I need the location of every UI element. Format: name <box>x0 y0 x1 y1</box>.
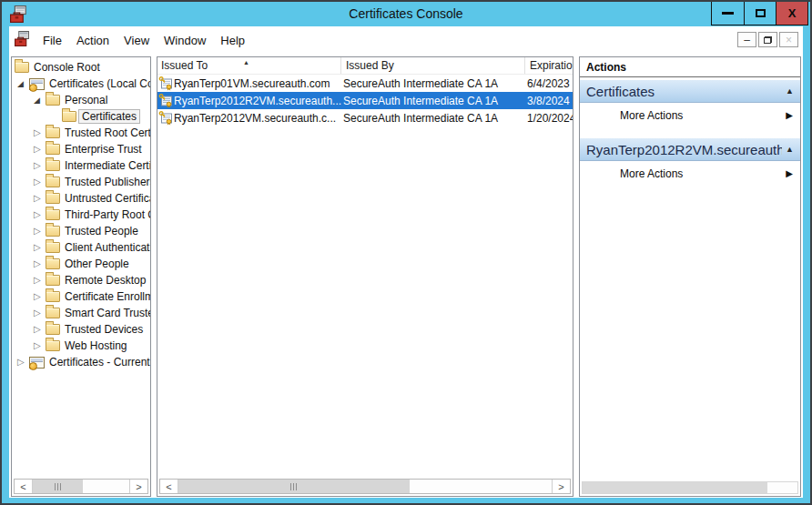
expander-collapsed-icon[interactable]: ▷ <box>34 190 46 207</box>
tree-item-web-hosting[interactable]: ▷ Web Hosting <box>12 338 150 354</box>
scrollbar-thumb[interactable] <box>33 480 83 493</box>
expander-collapsed-icon[interactable]: ▷ <box>34 125 46 141</box>
expander-collapsed-icon[interactable]: ▷ <box>34 321 46 338</box>
folder-icon <box>15 62 29 73</box>
certificate-icon <box>158 93 173 108</box>
certificate-row[interactable]: RyanTerp2012VM.secureauth.c... SecureAut… <box>157 109 573 126</box>
folder-icon <box>46 308 60 318</box>
actions-horizontal-scrollbar[interactable] <box>582 481 798 494</box>
actions-section-selected-certificate[interactable]: RyanTerp2012R2VM.secureauth... ▲ <box>580 138 800 161</box>
tree-item-certificates-selected[interactable]: Certificates <box>12 108 150 125</box>
menu-file[interactable]: File <box>36 31 69 50</box>
menu-help[interactable]: Help <box>213 31 252 50</box>
child-restore-button[interactable] <box>758 32 777 47</box>
tree-item-trusted-people[interactable]: ▷ Trusted People <box>12 223 150 239</box>
mmc-toolbox-icon <box>15 31 30 50</box>
folder-icon <box>46 226 60 237</box>
minimize-button[interactable] <box>712 2 744 25</box>
expander-collapsed-icon[interactable]: ▷ <box>34 256 46 272</box>
tree-item-certificates-current-user[interactable]: ▷ Certificates - Current User <box>12 354 150 370</box>
column-header-issued-to[interactable]: Issued To ▲ <box>157 57 341 74</box>
title-bar[interactable]: Certificates Console X <box>2 2 810 26</box>
expander-collapsed-icon[interactable]: ▷ <box>34 239 46 256</box>
submenu-arrow-icon: ▶ <box>786 168 793 178</box>
menu-view[interactable]: View <box>117 31 157 50</box>
expander-collapsed-icon[interactable]: ▷ <box>34 207 46 223</box>
tree-item-third-party-root[interactable]: ▷ Third-Party Root Certification Authori… <box>12 207 150 223</box>
scrollbar-thumb[interactable] <box>178 480 410 493</box>
console-tree: Console Root ◢ Certificates (Local Compu… <box>12 57 150 370</box>
expander-expanded-icon[interactable]: ◢ <box>17 76 29 92</box>
collapse-section-icon[interactable]: ▲ <box>786 86 794 96</box>
expander-collapsed-icon[interactable]: ▷ <box>34 288 46 305</box>
child-close-button[interactable]: × <box>779 32 798 47</box>
folder-icon <box>46 160 60 171</box>
scroll-left-button[interactable]: < <box>15 480 33 493</box>
scroll-right-button[interactable]: > <box>552 480 570 493</box>
certificate-row[interactable]: RyanTerp01VM.secureauth.com SecureAuth I… <box>157 75 573 92</box>
window-title: Certificates Console <box>2 6 810 21</box>
expander-collapsed-icon[interactable]: ▷ <box>17 354 29 370</box>
folder-icon <box>46 275 60 286</box>
sort-ascending-icon: ▲ <box>243 59 249 66</box>
expander-collapsed-icon[interactable]: ▷ <box>34 157 46 174</box>
tree-item-untrusted-certificates[interactable]: ▷ Untrusted Certificates <box>12 190 150 207</box>
restore-icon <box>764 36 772 44</box>
close-button[interactable]: X <box>776 2 807 25</box>
tree-item-certificate-enrollment[interactable]: ▷ Certificate Enrollment Requests <box>12 288 150 305</box>
maximize-icon <box>756 9 766 17</box>
console-panes: Console Root ◢ Certificates (Local Compu… <box>11 56 801 497</box>
tree-item-personal[interactable]: ◢ Personal <box>12 92 150 108</box>
tree-item-console-root[interactable]: Console Root <box>12 59 150 76</box>
tree-horizontal-scrollbar[interactable]: < > <box>14 479 148 494</box>
folder-icon <box>46 95 60 106</box>
expander-collapsed-icon[interactable]: ▷ <box>34 338 46 354</box>
more-actions-certificates[interactable]: More Actions ▶ <box>580 103 800 127</box>
folder-icon <box>46 127 60 138</box>
scroll-right-button[interactable]: > <box>129 480 147 493</box>
minimize-icon <box>722 12 734 15</box>
child-minimize-button[interactable]: – <box>737 32 756 47</box>
console-tree-pane: Console Root ◢ Certificates (Local Compu… <box>11 56 151 497</box>
scrollbar-track[interactable] <box>178 480 552 493</box>
collapse-section-icon[interactable]: ▲ <box>786 145 794 154</box>
menu-action[interactable]: Action <box>69 31 117 50</box>
folder-icon <box>46 291 60 302</box>
client-area: File Action View Window Help – × Console… <box>9 26 803 498</box>
folder-icon <box>46 209 60 220</box>
actions-pane: Actions Certificates ▲ More Actions ▶ Ry… <box>579 56 801 497</box>
maximize-button[interactable] <box>744 2 776 25</box>
actions-section-certificates[interactable]: Certificates ▲ <box>580 80 800 103</box>
expander-collapsed-icon[interactable]: ▷ <box>34 272 46 288</box>
list-horizontal-scrollbar[interactable]: < > <box>159 479 571 494</box>
expander-collapsed-icon[interactable]: ▷ <box>34 141 46 157</box>
tree-item-trusted-root[interactable]: ▷ Trusted Root Certification Authorities <box>12 125 150 141</box>
tree-item-client-authentication[interactable]: ▷ Client Authentication Issuers <box>12 239 150 256</box>
menu-window[interactable]: Window <box>157 31 213 50</box>
folder-icon <box>46 242 60 253</box>
more-actions-selected-certificate[interactable]: More Actions ▶ <box>580 161 800 186</box>
certificates-console-window: Certificates Console X File <box>0 0 812 505</box>
tree-item-intermediate[interactable]: ▷ Intermediate Certification Authorities <box>12 157 150 174</box>
expander-collapsed-icon[interactable]: ▷ <box>34 174 46 190</box>
tree-item-enterprise-trust[interactable]: ▷ Enterprise Trust <box>12 141 150 157</box>
column-header-expiration[interactable]: Expiration Date <box>525 57 573 74</box>
column-header-issued-by[interactable]: Issued By <box>341 57 525 74</box>
folder-icon <box>46 177 60 187</box>
tree-item-certificates-local-computer[interactable]: ◢ Certificates (Local Computer) <box>12 76 150 92</box>
folder-icon <box>46 144 60 155</box>
scrollbar-thumb[interactable] <box>583 482 767 493</box>
tree-item-remote-desktop[interactable]: ▷ Remote Desktop <box>12 272 150 288</box>
tree-item-trusted-devices[interactable]: ▷ Trusted Devices <box>12 321 150 338</box>
certificate-row-selected[interactable]: RyanTerp2012R2VM.secureauth... SecureAut… <box>157 92 573 109</box>
scrollbar-track[interactable] <box>33 480 129 493</box>
expander-collapsed-icon[interactable]: ▷ <box>34 223 46 239</box>
tree-item-smart-card[interactable]: ▷ Smart Card Trusted Roots <box>12 305 150 321</box>
list-header: Issued To ▲ Issued By Expiration Date <box>157 57 573 75</box>
tree-item-trusted-publishers[interactable]: ▷ Trusted Publishers <box>12 174 150 190</box>
scroll-left-button[interactable]: < <box>160 480 178 493</box>
tree-item-other-people[interactable]: ▷ Other People <box>12 256 150 272</box>
expander-expanded-icon[interactable]: ◢ <box>34 92 46 108</box>
expander-collapsed-icon[interactable]: ▷ <box>34 305 46 321</box>
section-gap <box>580 127 800 136</box>
